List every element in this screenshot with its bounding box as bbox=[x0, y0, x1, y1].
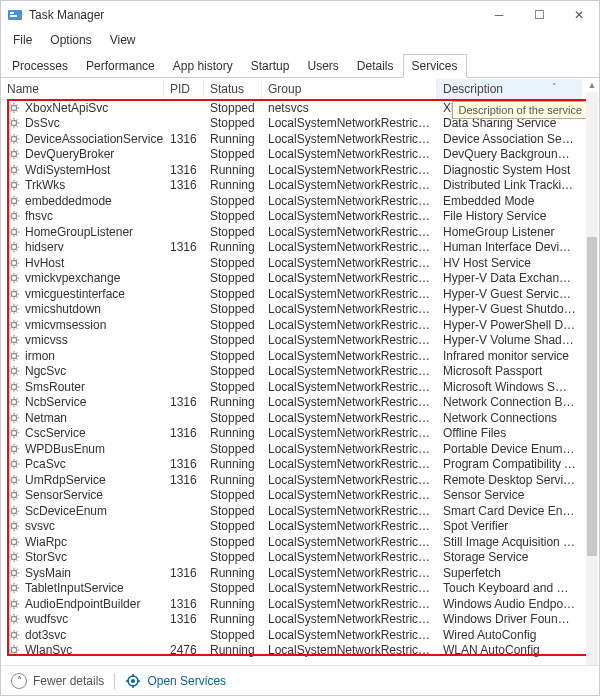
cell-group: LocalSystemNetworkRestricted bbox=[262, 194, 437, 208]
col-name[interactable]: Name bbox=[1, 79, 164, 99]
tab-startup[interactable]: Startup bbox=[242, 54, 299, 78]
cell-group: netsvcs bbox=[262, 101, 437, 115]
cell-group: LocalSystemNetworkRestricted bbox=[262, 473, 437, 487]
table-row[interactable]: TrkWks1316RunningLocalSystemNetworkRestr… bbox=[1, 178, 599, 194]
table-row[interactable]: DevQueryBrokerStoppedLocalSystemNetworkR… bbox=[1, 147, 599, 163]
table-row[interactable]: UmRdpService1316RunningLocalSystemNetwor… bbox=[1, 472, 599, 488]
table-row[interactable]: StorSvcStoppedLocalSystemNetworkRestrict… bbox=[1, 550, 599, 566]
svg-point-3 bbox=[11, 105, 16, 110]
vertical-scrollbar[interactable]: ▲ ▼ bbox=[586, 78, 598, 686]
table-row[interactable]: PcaSvc1316RunningLocalSystemNetworkRestr… bbox=[1, 457, 599, 473]
cell-pid: 1316 bbox=[164, 612, 204, 626]
cell-name: Netman bbox=[1, 411, 164, 425]
table-row[interactable]: WdiSystemHost1316RunningLocalSystemNetwo… bbox=[1, 162, 599, 178]
scroll-track[interactable] bbox=[586, 92, 598, 672]
table-row[interactable]: WPDBusEnumStoppedLocalSystemNetworkRestr… bbox=[1, 441, 599, 457]
cell-description: Offline Files bbox=[437, 426, 582, 440]
cell-name: dot3svc bbox=[1, 628, 164, 642]
svg-point-20 bbox=[11, 369, 16, 374]
cell-description: Smart Card Device Enumeration Servi... bbox=[437, 504, 582, 518]
window-title: Task Manager bbox=[29, 8, 479, 22]
gear-icon bbox=[7, 519, 21, 533]
gear-icon bbox=[7, 504, 21, 518]
scroll-up-icon[interactable]: ▲ bbox=[586, 78, 598, 92]
svg-point-37 bbox=[11, 632, 16, 637]
table-row[interactable]: fhsvcStoppedLocalSystemNetworkRestricted… bbox=[1, 209, 599, 225]
col-description[interactable]: Description ˄ bbox=[437, 79, 582, 99]
cell-name: NcbService bbox=[1, 395, 164, 409]
gear-icon bbox=[7, 209, 21, 223]
table-row[interactable]: dot3svcStoppedLocalSystemNetworkRestrict… bbox=[1, 627, 599, 643]
cell-group: LocalSystemNetworkRestricted bbox=[262, 628, 437, 642]
svg-point-23 bbox=[11, 415, 16, 420]
table-row[interactable]: NcbService1316RunningLocalSystemNetworkR… bbox=[1, 395, 599, 411]
service-name: fhsvc bbox=[25, 209, 53, 223]
service-name: WlanSvc bbox=[25, 643, 72, 657]
cell-status: Stopped bbox=[204, 504, 262, 518]
table-row[interactable]: SensorServiceStoppedLocalSystemNetworkRe… bbox=[1, 488, 599, 504]
table-row[interactable]: AudioEndpointBuilder1316RunningLocalSyst… bbox=[1, 596, 599, 612]
gear-icon bbox=[7, 488, 21, 502]
col-group[interactable]: Group bbox=[262, 79, 437, 99]
scroll-thumb[interactable] bbox=[587, 237, 597, 556]
menu-file[interactable]: File bbox=[5, 31, 40, 49]
svg-point-18 bbox=[11, 338, 16, 343]
svg-point-10 bbox=[11, 214, 16, 219]
cell-status: Running bbox=[204, 163, 262, 177]
table-row[interactable]: WlanSvc2476RunningLocalSystemNetworkRest… bbox=[1, 643, 599, 659]
minimize-button[interactable]: ─ bbox=[479, 4, 519, 26]
tab-performance[interactable]: Performance bbox=[77, 54, 164, 78]
table-row[interactable]: NetmanStoppedLocalSystemNetworkRestricte… bbox=[1, 410, 599, 426]
cell-description: Windows Driver Foundation - User-m... bbox=[437, 612, 582, 626]
table-row[interactable]: embeddedmodeStoppedLocalSystemNetworkRes… bbox=[1, 193, 599, 209]
tab-processes[interactable]: Processes bbox=[3, 54, 77, 78]
table-row[interactable]: svsvcStoppedLocalSystemNetworkRestricted… bbox=[1, 519, 599, 535]
cell-description: File History Service bbox=[437, 209, 582, 223]
maximize-button[interactable]: ☐ bbox=[519, 4, 559, 26]
table-row[interactable]: SmsRouterStoppedLocalSystemNetworkRestri… bbox=[1, 379, 599, 395]
col-pid[interactable]: PID bbox=[164, 79, 204, 99]
service-name: NgcSvc bbox=[25, 364, 66, 378]
table-row[interactable]: TabletInputServiceStoppedLocalSystemNetw… bbox=[1, 581, 599, 597]
table-row[interactable]: vmicguestinterfaceStoppedLocalSystemNetw… bbox=[1, 286, 599, 302]
gear-icon bbox=[7, 380, 21, 394]
service-name: HomeGroupListener bbox=[25, 225, 133, 239]
table-row[interactable]: CscService1316RunningLocalSystemNetworkR… bbox=[1, 426, 599, 442]
col-status[interactable]: Status bbox=[204, 79, 262, 99]
table-row[interactable]: DeviceAssociationService1316RunningLocal… bbox=[1, 131, 599, 147]
svg-point-5 bbox=[11, 136, 16, 141]
table-row[interactable]: vmicshutdownStoppedLocalSystemNetworkRes… bbox=[1, 302, 599, 318]
cell-pid: 2476 bbox=[164, 643, 204, 657]
service-name: irmon bbox=[25, 349, 55, 363]
service-name: TabletInputService bbox=[25, 581, 124, 595]
service-name: WPDBusEnum bbox=[25, 442, 105, 456]
gear-icon bbox=[7, 628, 21, 642]
table-row[interactable]: HvHostStoppedLocalSystemNetworkRestricte… bbox=[1, 255, 599, 271]
table-row[interactable]: WiaRpcStoppedLocalSystemNetworkRestricte… bbox=[1, 534, 599, 550]
table-row[interactable]: vmicvmsessionStoppedLocalSystemNetworkRe… bbox=[1, 317, 599, 333]
cell-description: Portable Device Enumerator Service bbox=[437, 442, 582, 456]
svg-point-28 bbox=[11, 493, 16, 498]
cell-pid: 1316 bbox=[164, 566, 204, 580]
table-row[interactable]: HomeGroupListenerStoppedLocalSystemNetwo… bbox=[1, 224, 599, 240]
close-button[interactable]: ✕ bbox=[559, 4, 599, 26]
table-row[interactable]: hidserv1316RunningLocalSystemNetworkRest… bbox=[1, 240, 599, 256]
fewer-details-button[interactable]: ˄ Fewer details bbox=[11, 673, 104, 689]
tab-app-history[interactable]: App history bbox=[164, 54, 242, 78]
menu-view[interactable]: View bbox=[102, 31, 144, 49]
open-services-link[interactable]: Open Services bbox=[125, 673, 226, 689]
tab-services[interactable]: Services bbox=[403, 54, 467, 78]
tab-users[interactable]: Users bbox=[298, 54, 347, 78]
tab-details[interactable]: Details bbox=[348, 54, 403, 78]
table-row[interactable]: vmicvssStoppedLocalSystemNetworkRestrict… bbox=[1, 333, 599, 349]
svg-point-9 bbox=[11, 198, 16, 203]
table-row[interactable]: SysMain1316RunningLocalSystemNetworkRest… bbox=[1, 565, 599, 581]
table-row[interactable]: wudfsvc1316RunningLocalSystemNetworkRest… bbox=[1, 612, 599, 628]
table-row[interactable]: ScDeviceEnumStoppedLocalSystemNetworkRes… bbox=[1, 503, 599, 519]
table-row[interactable]: vmickvpexchangeStoppedLocalSystemNetwork… bbox=[1, 271, 599, 287]
cell-status: Stopped bbox=[204, 535, 262, 549]
table-row[interactable]: irmonStoppedLocalSystemNetworkRestricted… bbox=[1, 348, 599, 364]
service-name: CscService bbox=[25, 426, 86, 440]
menu-options[interactable]: Options bbox=[42, 31, 99, 49]
table-row[interactable]: NgcSvcStoppedLocalSystemNetworkRestricte… bbox=[1, 364, 599, 380]
